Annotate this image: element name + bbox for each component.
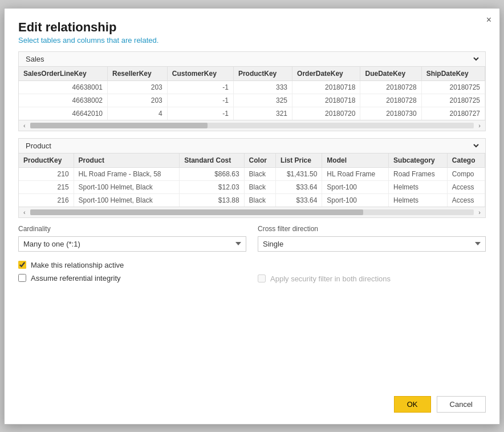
table1-scroll-track[interactable] xyxy=(30,123,474,128)
table2-col-2: Product xyxy=(74,154,180,168)
table1-dropdown[interactable]: Sales xyxy=(23,54,481,64)
make-active-label: Make this relationship active xyxy=(31,261,124,269)
table2-col-3: Standard Cost xyxy=(180,154,244,168)
table2-header-row: ProductKey Product Standard Cost Color L… xyxy=(19,154,485,168)
table2-wrapper: ProductKey Product Standard Cost Color L… xyxy=(19,154,485,207)
ok-button[interactable]: OK xyxy=(394,396,431,413)
table2-dropdown-bar[interactable]: Product xyxy=(19,139,485,154)
table1-wrapper: SalesOrderLineKey ResellerKey CustomerKe… xyxy=(19,67,485,120)
cardinality-section: Cardinality Many to one (*:1) One to one… xyxy=(18,225,246,283)
make-active-row: Make this relationship active xyxy=(18,261,246,269)
table1-scroll-right[interactable]: › xyxy=(476,122,483,130)
assume-integrity-checkbox[interactable] xyxy=(18,274,26,282)
footer: OK Cancel xyxy=(18,390,486,413)
crossfilter-label: Cross filter direction xyxy=(258,225,486,233)
table1-col-5: OrderDateKey xyxy=(292,67,360,81)
table1-col-7: ShipDateKey xyxy=(421,67,485,81)
table-row: 466420104-1321201807202018073020180727 xyxy=(19,107,485,120)
options-section: Cardinality Many to one (*:1) One to one… xyxy=(18,225,486,283)
table1-col-3: CustomerKey xyxy=(167,67,233,81)
table2-dropdown[interactable]: Product xyxy=(23,141,481,151)
cardinality-dropdown[interactable]: Many to one (*:1) One to one (1:1) One t… xyxy=(18,236,246,252)
table1-section: Sales SalesOrderLineKey ResellerKey Cust… xyxy=(18,51,486,131)
table2-scroll-left[interactable]: ‹ xyxy=(21,208,28,216)
table2-col-6: Model xyxy=(322,154,389,168)
dialog-title: Edit relationship xyxy=(18,20,486,35)
table2-col-7: Subcategory xyxy=(389,154,448,168)
table1-header-row: SalesOrderLineKey ResellerKey CustomerKe… xyxy=(19,67,485,81)
table1-scrollbar[interactable]: ‹ › xyxy=(19,120,485,131)
table1-col-4: ProductKey xyxy=(233,67,292,81)
table2: ProductKey Product Standard Cost Color L… xyxy=(19,154,485,207)
table-row: 216Sport-100 Helmet, Black$13.88Black$33… xyxy=(19,193,485,207)
table2-scroll-track[interactable] xyxy=(30,209,474,215)
cancel-button[interactable]: Cancel xyxy=(437,396,486,413)
table2-scroll-thumb xyxy=(30,209,363,215)
cardinality-label: Cardinality xyxy=(18,225,246,233)
table1: SalesOrderLineKey ResellerKey CustomerKe… xyxy=(19,67,485,120)
close-button[interactable]: × xyxy=(486,15,491,25)
crossfilter-section: Cross filter direction Single Both Apply… xyxy=(258,225,486,283)
table1-scroll-left[interactable]: ‹ xyxy=(21,122,28,130)
table-row: 210HL Road Frame - Black, 58$868.63Black… xyxy=(19,167,485,180)
table2-scroll-right[interactable]: › xyxy=(476,208,483,216)
security-filter-label: Apply security filter in both directions xyxy=(270,274,391,283)
left-checkboxes: Make this relationship active Assume ref… xyxy=(18,261,246,282)
make-active-checkbox[interactable] xyxy=(18,261,26,269)
table2-col-1: ProductKey xyxy=(19,154,74,168)
security-filter-checkbox[interactable] xyxy=(258,274,266,282)
table-row: 46638002203-1325201807182018072820180725 xyxy=(19,94,485,107)
assume-integrity-label: Assume referential integrity xyxy=(31,274,121,282)
table2-scrollbar[interactable]: ‹ › xyxy=(19,207,485,217)
table2-section: Product ProductKey Product Standard Cost… xyxy=(18,138,486,218)
right-checkboxes: Apply security filter in both directions xyxy=(258,259,486,283)
table-row: 215Sport-100 Helmet, Black$12.03Black$33… xyxy=(19,180,485,193)
table1-dropdown-bar[interactable]: Sales xyxy=(19,52,485,67)
security-filter-row: Apply security filter in both directions xyxy=(258,274,486,283)
table1-col-1: SalesOrderLineKey xyxy=(19,67,108,81)
table2-col-8: Catego xyxy=(447,154,485,168)
assume-integrity-row: Assume referential integrity xyxy=(18,274,246,282)
crossfilter-dropdown[interactable]: Single Both xyxy=(258,236,486,252)
table1-col-2: ResellerKey xyxy=(108,67,168,81)
edit-relationship-dialog: × Edit relationship Select tables and co… xyxy=(4,8,500,425)
dialog-subtitle: Select tables and columns that are relat… xyxy=(18,36,486,45)
table1-scroll-thumb xyxy=(30,123,208,128)
table1-col-6: DueDateKey xyxy=(360,67,421,81)
table2-col-4: Color xyxy=(244,154,275,168)
table2-col-5: List Price xyxy=(275,154,322,168)
table-row: 46638001203-1333201807182018072820180725 xyxy=(19,80,485,94)
